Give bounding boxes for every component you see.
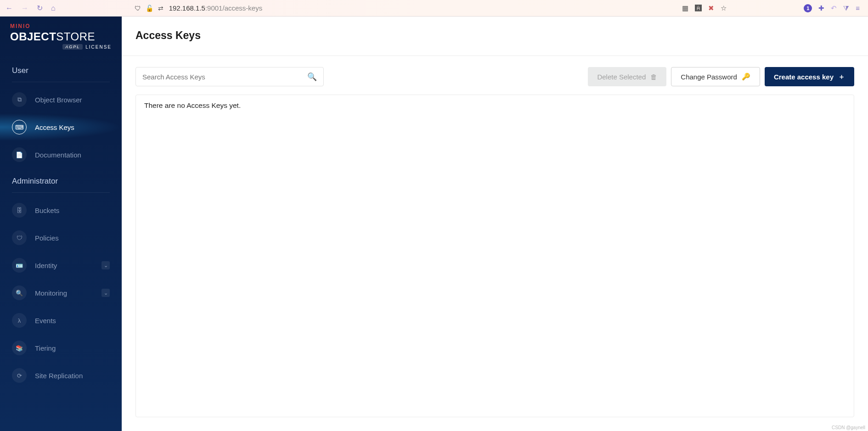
monitoring-icon: 🔍	[12, 285, 27, 300]
undo-icon[interactable]: ↶	[831, 4, 837, 12]
url-host: 192.168.1.5	[169, 4, 205, 12]
browser-right-icons: ▦ 🅰 ✖ ☆ 1 ✚ ↶ ⧩ ≡	[682, 4, 860, 12]
sidebar-item-access-keys[interactable]: ⌨ Access Keys	[0, 113, 122, 141]
sidebar-item-label: Site Replication	[35, 372, 83, 380]
url-text[interactable]: 192.168.1.5:9001/access-keys	[169, 4, 262, 12]
reload-icon[interactable]: ↻	[37, 4, 43, 12]
url-security-icons: 🛡 🔓 ⇄	[135, 5, 163, 12]
button-label: Delete Selected	[597, 73, 646, 81]
crop-icon[interactable]: ✚	[818, 4, 824, 12]
logo-product: OBJECTSTORE	[10, 30, 112, 43]
key-icon: 🔑	[742, 73, 750, 81]
logo: MINIO OBJECTSTORE AGPL LICENSE	[0, 17, 122, 58]
create-access-key-button[interactable]: Create access key ＋	[765, 67, 854, 86]
browser-toolbar: ← → ↻ ⌂ 🛡 🔓 ⇄ 192.168.1.5:9001/access-ke…	[0, 0, 868, 17]
back-icon[interactable]: ←	[6, 4, 13, 12]
sidebar: MINIO OBJECTSTORE AGPL LICENSE User ⧉ Ob…	[0, 17, 122, 431]
change-password-button[interactable]: Change Password 🔑	[671, 67, 760, 86]
sidebar-item-site-replication[interactable]: ⟳ Site Replication	[0, 362, 122, 389]
sidebar-item-documentation[interactable]: 📄 Documentation	[0, 141, 122, 168]
block-icon[interactable]: ✖	[708, 4, 714, 12]
sidebar-item-label: Access Keys	[35, 123, 74, 131]
menu-icon[interactable]: ≡	[856, 4, 860, 12]
plus-icon: ＋	[838, 73, 845, 81]
sidebar-item-buckets[interactable]: 🗄 Buckets	[0, 196, 122, 224]
page-title: Access Keys	[135, 29, 854, 42]
sidebar-item-label: Events	[35, 317, 56, 325]
delete-selected-button: Delete Selected 🗑	[588, 67, 666, 86]
empty-state-message: There are no Access Keys yet.	[144, 101, 845, 110]
forward-icon[interactable]: →	[21, 4, 28, 12]
sidebar-item-label: Tiering	[35, 344, 56, 352]
search-input[interactable]	[142, 73, 307, 81]
logo-license: AGPL LICENSE	[10, 44, 112, 50]
sidebar-item-label: Monitoring	[35, 289, 67, 297]
toolbar: 🔍 Delete Selected 🗑 Change Password 🔑 Cr…	[122, 56, 868, 86]
translate-icon[interactable]: 🅰	[695, 4, 702, 12]
section-user-header: User	[12, 58, 110, 82]
trash-icon: 🗑	[650, 73, 657, 81]
logo-product-bold: OBJECT	[10, 30, 56, 43]
watermark: CSDN @gaynell	[832, 425, 865, 430]
sidebar-item-object-browser[interactable]: ⧉ Object Browser	[0, 86, 122, 113]
sidebar-item-monitoring[interactable]: 🔍 Monitoring ⌄	[0, 279, 122, 307]
sidebar-item-tiering[interactable]: 📚 Tiering	[0, 334, 122, 362]
notify-badge[interactable]: 1	[804, 4, 812, 12]
access-keys-icon: ⌨	[12, 120, 27, 134]
home-icon[interactable]: ⌂	[51, 4, 56, 12]
page-header: Access Keys	[122, 17, 868, 56]
tiering-icon: 📚	[12, 341, 27, 355]
extension-icon[interactable]: ⧩	[843, 4, 849, 12]
lock-slash-icon[interactable]: 🔓	[146, 5, 153, 12]
logo-brand: MINIO	[10, 23, 112, 29]
events-icon: λ	[12, 313, 27, 328]
search-box[interactable]: 🔍	[135, 67, 324, 86]
object-browser-icon: ⧉	[12, 92, 27, 107]
shield-icon[interactable]: 🛡	[135, 5, 141, 12]
url-rest: :9001/access-keys	[205, 4, 262, 12]
star-icon[interactable]: ☆	[721, 4, 727, 12]
logo-product-light: STORE	[56, 30, 95, 43]
button-label: Change Password	[681, 73, 737, 81]
sidebar-item-label: Object Browser	[35, 96, 82, 104]
license-label: LICENSE	[85, 45, 112, 50]
sidebar-item-policies[interactable]: 🛡 Policies	[0, 224, 122, 252]
content-panel: There are no Access Keys yet.	[135, 95, 854, 417]
sidebar-item-identity[interactable]: 🪪 Identity ⌄	[0, 252, 122, 279]
app-root: MINIO OBJECTSTORE AGPL LICENSE User ⧉ Ob…	[0, 17, 868, 431]
documentation-icon: 📄	[12, 147, 27, 162]
policies-icon: 🛡	[12, 230, 27, 245]
sidebar-item-events[interactable]: λ Events	[0, 307, 122, 334]
tune-icon[interactable]: ⇄	[158, 5, 163, 12]
chevron-down-icon: ⌄	[101, 261, 110, 269]
section-admin-header: Administrator	[12, 168, 110, 193]
sidebar-item-label: Policies	[35, 234, 59, 242]
license-pill: AGPL	[62, 44, 83, 50]
sidebar-item-label: Buckets	[35, 207, 59, 214]
identity-icon: 🪪	[12, 258, 27, 273]
qr-icon[interactable]: ▦	[682, 4, 688, 12]
chevron-down-icon: ⌄	[101, 289, 110, 297]
main-content: Access Keys 🔍 Delete Selected 🗑 Change P…	[122, 17, 868, 431]
search-icon: 🔍	[307, 72, 317, 82]
sidebar-item-label: Identity	[35, 262, 57, 269]
url-area: 🛡 🔓 ⇄ 192.168.1.5:9001/access-keys	[135, 4, 677, 12]
sidebar-item-label: Documentation	[35, 151, 81, 159]
button-label: Create access key	[774, 73, 834, 81]
site-replication-icon: ⟳	[12, 368, 27, 383]
browser-nav-buttons: ← → ↻ ⌂	[6, 4, 56, 12]
buckets-icon: 🗄	[12, 203, 27, 218]
